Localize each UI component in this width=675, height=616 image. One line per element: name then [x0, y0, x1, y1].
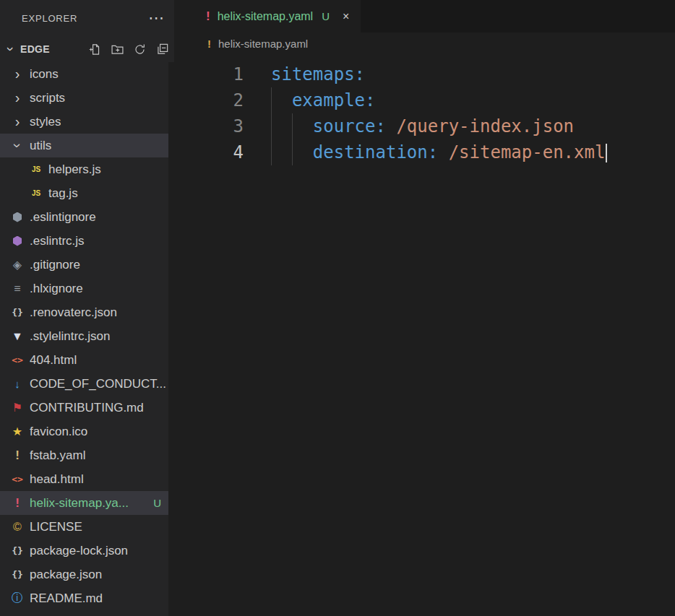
tree-item-label: head.html: [30, 472, 84, 487]
code-token: source:: [313, 116, 386, 136]
favicon-icon: ★: [9, 420, 26, 443]
explorer-header: EXPLORER ⋯: [0, 0, 174, 36]
indent-guide: [271, 139, 292, 165]
code-token: sitemaps:: [271, 64, 365, 84]
line-number: 1: [174, 61, 271, 87]
file-readme-md[interactable]: ⓘ README.md: [0, 586, 168, 610]
vscode-window: EXPLORER ⋯ › EDGE: [0, 0, 675, 616]
breadcrumb: ! helix-sitemap.yaml: [174, 32, 675, 54]
file-tree: › icons › scripts › styles › utils JS he…: [0, 62, 174, 616]
breadcrumb-item-file[interactable]: helix-sitemap.yaml: [218, 38, 308, 50]
yaml-icon: !: [9, 443, 26, 467]
code-line[interactable]: 3 source: /query-index.json: [174, 113, 675, 139]
close-icon[interactable]: ×: [343, 10, 349, 23]
line-number: 2: [174, 87, 271, 113]
file-head-html[interactable]: <> head.html: [0, 467, 168, 491]
tree-item-label: .gitignore: [30, 258, 80, 272]
file-404-html[interactable]: <> 404.html: [0, 348, 168, 372]
javascript-icon: JS: [27, 157, 45, 181]
line-number: 4: [174, 139, 271, 165]
yaml-icon: !: [207, 38, 211, 50]
file-helix-sitemap-ya[interactable]: ! helix-sitemap.ya... U: [0, 491, 168, 515]
tree-item-label: favicon.ico: [30, 425, 87, 439]
file-gitignore[interactable]: ◈ .gitignore: [0, 253, 168, 277]
eslint-icon: [9, 229, 26, 253]
explorer-title: EXPLORER: [22, 13, 77, 24]
file-stylelintrc-json[interactable]: ▼ .stylelintrc.json: [0, 324, 168, 348]
code-line[interactable]: 2 example:: [174, 87, 675, 113]
code-token: [438, 142, 448, 162]
tree-item-label: utils: [30, 139, 51, 153]
file-helpers-js[interactable]: JS helpers.js: [0, 157, 168, 181]
tree-item-label: fstab.yaml: [30, 448, 85, 463]
more-actions-icon[interactable]: ⋯: [148, 10, 164, 26]
file-favicon-ico[interactable]: ★ favicon.ico: [0, 420, 168, 443]
chevron-down-icon: ›: [6, 137, 30, 155]
line-number: 3: [174, 113, 271, 139]
readme-info-icon: ⓘ: [9, 586, 26, 610]
folder-scripts[interactable]: › scripts: [0, 86, 168, 110]
tree-item-label: LICENSE: [30, 520, 82, 534]
html-icon: <>: [9, 348, 26, 372]
code-token: destination:: [313, 142, 438, 162]
section-header-edge[interactable]: › EDGE: [0, 36, 174, 62]
file-license[interactable]: © LICENSE: [0, 515, 168, 539]
code-editor[interactable]: 1 sitemaps: 2 example: 3 source: /query-…: [174, 54, 675, 616]
code-line[interactable]: 4 destination: /sitemap-en.xml: [174, 139, 675, 165]
eslint-icon: [9, 205, 26, 229]
file-package-lock-json[interactable]: {} package-lock.json: [0, 539, 168, 563]
explorer-sidebar: EXPLORER ⋯ › EDGE: [0, 0, 174, 616]
folder-icons[interactable]: › icons: [0, 62, 168, 86]
chevron-right-icon: ›: [9, 86, 26, 110]
json-icon: {}: [9, 563, 26, 586]
file-eslintrc-js[interactable]: .eslintrc.js: [0, 229, 168, 253]
tree-item-label: styles: [30, 115, 61, 129]
file-package-json[interactable]: {} package.json: [0, 563, 168, 586]
folder-styles[interactable]: › styles: [0, 110, 168, 134]
code-token: [386, 116, 396, 136]
stylelint-icon: ▼: [9, 324, 26, 348]
folder-utils[interactable]: › utils: [0, 134, 168, 157]
file-hlxignore[interactable]: ≡ .hlxignore: [0, 277, 168, 300]
chevron-right-icon: ›: [9, 110, 26, 134]
tree-item-label: package.json: [30, 568, 102, 582]
indent-guide: [292, 113, 313, 139]
tree-item-label: tag.js: [48, 186, 78, 201]
yaml-icon: !: [9, 491, 26, 515]
section-title: EDGE: [20, 43, 50, 55]
refresh-icon[interactable]: [134, 43, 146, 56]
line-content: example:: [271, 87, 376, 113]
tree-item-label: helpers.js: [48, 162, 101, 177]
sidebar-scrollbar[interactable]: [168, 62, 174, 616]
file-tag-js[interactable]: JS tag.js: [0, 181, 168, 205]
file-renovaterc-json[interactable]: {} .renovaterc.json: [0, 300, 168, 324]
new-folder-icon[interactable]: [111, 43, 124, 56]
git-status-badge: U: [153, 497, 168, 509]
tab-title: helix-sitemap.yaml: [218, 10, 313, 23]
chevron-down-icon: ›: [3, 41, 19, 57]
tree-item-label: README.md: [30, 591, 103, 606]
tree-item-label: .eslintignore: [30, 210, 96, 225]
tree-item-label: .renovaterc.json: [30, 305, 117, 320]
tree-item-label: package-lock.json: [30, 544, 128, 558]
tree-item-label: .stylelintrc.json: [30, 329, 110, 344]
code-token: /sitemap-en.xml: [449, 142, 606, 162]
html-icon: <>: [9, 467, 26, 491]
ignore-file-icon: ≡: [9, 277, 26, 300]
code-line[interactable]: 1 sitemaps:: [174, 61, 675, 87]
tree-item-label: .hlxignore: [30, 282, 83, 296]
file-code-of-conduct[interactable]: ↓ CODE_OF_CONDUCT...: [0, 372, 168, 396]
tree-item-label: icons: [30, 67, 59, 82]
file-eslintignore[interactable]: .eslintignore: [0, 205, 168, 229]
code-token: /query-index.json: [396, 116, 574, 136]
tree-item-label: 404.html: [30, 353, 77, 368]
tab-helix-sitemap-yaml[interactable]: ! helix-sitemap.yaml U ×: [174, 0, 361, 32]
line-content: source: /query-index.json: [271, 113, 574, 139]
file-contributing-md[interactable]: ⚑ CONTRIBUTING.md: [0, 396, 168, 420]
file-fstab-yaml[interactable]: ! fstab.yaml: [0, 443, 168, 467]
json-icon: {}: [9, 300, 26, 324]
new-file-icon[interactable]: [89, 43, 101, 56]
text-cursor: [606, 144, 607, 162]
editor-group: ! helix-sitemap.yaml U × ! helix-sitemap…: [174, 0, 675, 616]
collapse-folders-icon[interactable]: [156, 43, 168, 56]
